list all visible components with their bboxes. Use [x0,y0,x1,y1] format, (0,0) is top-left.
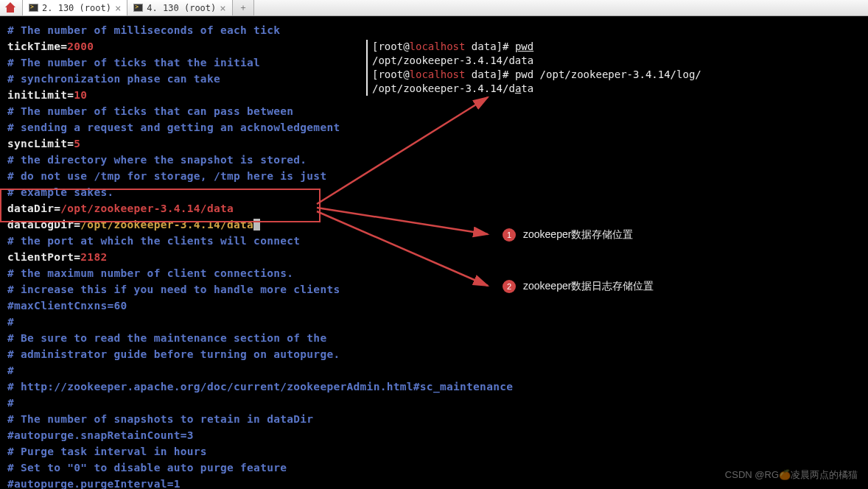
config-comment: # the directory where the snapshot is st… [7,152,861,168]
terminal-icon [29,4,38,12]
home-icon [6,4,16,13]
config-comment: # sending a request and getting an ackno… [7,119,861,136]
config-comment: # The number of ticks that can pass betw… [7,103,861,119]
config-comment: # example sakes. [7,184,861,200]
shell-output-box: [root@localhost data]# pwd /opt/zookeepe… [366,40,701,96]
shell-line: [root@localhost data]# pwd [372,40,701,54]
shell-output: /opt/zookeeper-3.4.14/data [372,54,701,68]
config-comment: # do not use /tmp for storage, /tmp here… [7,168,861,184]
badge-number: 1 [503,228,516,242]
tab-home[interactable] [0,0,23,15]
config-line-datadir: dataDir=/opt/zookeeper-3.4.14/data [7,200,861,217]
tab-label: 2. 130 (root) [42,3,111,13]
annotation-text: zookeeper数据存储位置 [523,228,633,242]
config-comment: # increase this if you need to handle mo… [7,281,861,298]
config-comment: #autopurge.snapRetainCount=3 [7,427,861,443]
annotation-2: 2 zookeeper数据日志存储位置 [503,280,654,293]
close-icon[interactable]: × [220,2,225,14]
config-comment: # http://zookeeper.apache.org/doc/curren… [7,379,861,395]
watermark: CSDN @RG🍊凌晨两点的橘猫 [725,468,858,482]
config-comment: # [7,362,861,379]
config-comment: # [7,395,861,411]
config-comment: # administrator guide before turning on … [7,346,861,362]
badge-number: 2 [503,280,516,293]
config-comment: # The number of milliseconds of each tic… [7,22,861,38]
config-comment: # the maximum number of client connectio… [7,265,861,281]
config-comment: # Purge task interval in hours [7,443,861,460]
plus-icon: ＋ [239,1,248,14]
close-icon[interactable]: × [115,2,121,14]
terminal-icon [133,4,143,12]
config-comment: # the port at which the clients will con… [7,233,861,249]
shell-line: [root@localhost data]# pwd /opt/zookeepe… [372,68,701,82]
tab-bar: 2. 130 (root) × 4. 130 (root) × ＋ [0,0,868,16]
tab-2[interactable]: 4. 130 (root) × [127,0,232,15]
tab-add[interactable]: ＋ [233,0,254,15]
config-comment: # The number of snapshots to retain in d… [7,411,861,427]
config-line-datalogdir: dataLogDir=/opt/zookeeper-3.4.14/data [7,217,861,233]
cursor [253,219,260,231]
config-line: syncLimit=5 [7,136,861,152]
shell-output: /opt/zookeeper-3.4.14/data [372,82,701,96]
config-comment: #maxClientCnxns=60 [7,298,861,314]
config-line: clientPort=2182 [7,249,861,265]
tab-label: 4. 130 (root) [147,3,216,13]
config-comment: # Be sure to read the maintenance sectio… [7,330,861,346]
annotation-1: 1 zookeeper数据存储位置 [503,228,633,242]
tab-1[interactable]: 2. 130 (root) × [23,0,127,15]
annotation-text: zookeeper数据日志存储位置 [523,280,654,293]
config-comment: # [7,314,861,330]
